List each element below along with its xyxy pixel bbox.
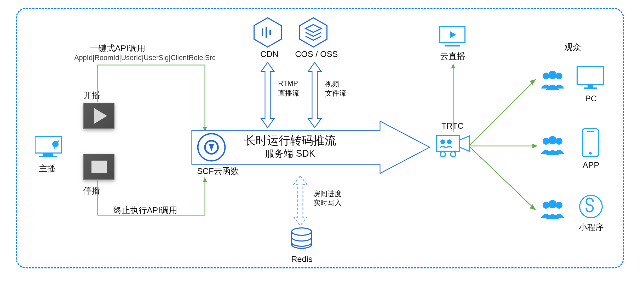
- svg-point-34: [548, 71, 557, 79]
- app-icon: [581, 128, 600, 159]
- svg-point-38: [543, 202, 549, 209]
- diagram-canvas: 主播 开播 停播 一键式API调用 AppId|RoomId|UserId|Us…: [16, 8, 624, 268]
- svg-marker-5: [203, 177, 207, 182]
- svg-line-30: [470, 147, 533, 207]
- svg-marker-16: [450, 31, 456, 38]
- pc-icon: [576, 65, 605, 92]
- scf-icon: [197, 133, 226, 163]
- svg-point-23: [451, 152, 456, 157]
- fan-arrows: [470, 64, 541, 215]
- live-icon: [439, 25, 465, 49]
- terminate-api-label: 终止执行API调用: [113, 205, 177, 216]
- svg-point-45: [589, 152, 592, 155]
- svg-rect-46: [587, 131, 594, 132]
- svg-marker-12: [308, 62, 321, 128]
- svg-marker-21: [459, 136, 469, 151]
- redis-arrow: [292, 176, 308, 226]
- redis-note1: 房间进度: [313, 189, 342, 198]
- cos-label: COS / OSS: [295, 49, 338, 59]
- svg-rect-43: [584, 87, 597, 89]
- rtmp-arrow: [260, 62, 275, 128]
- module-line1: 长时运行转码推流: [244, 133, 336, 148]
- module-line2: 服务端 SDK: [265, 147, 315, 160]
- svg-point-35: [543, 138, 549, 145]
- svg-rect-41: [577, 67, 604, 84]
- svg-point-19: [440, 139, 445, 144]
- video-l2: 文件流: [325, 89, 346, 98]
- rtmp-l1: RTMP: [278, 79, 298, 87]
- app-label: APP: [583, 160, 599, 170]
- svg-point-36: [556, 138, 562, 145]
- svg-marker-8: [254, 18, 281, 47]
- svg-marker-13: [294, 176, 307, 226]
- svg-marker-29: [532, 144, 538, 148]
- video-arrow: [307, 62, 323, 128]
- video-l1: 视频: [325, 79, 339, 89]
- svg-line-26: [470, 82, 533, 145]
- svg-marker-11: [261, 62, 274, 128]
- scf-label: SCF云函数: [197, 166, 239, 177]
- svg-point-22: [440, 152, 445, 157]
- mini-icon: [579, 194, 603, 220]
- svg-point-14: [292, 228, 312, 235]
- svg-point-33: [556, 73, 562, 79]
- svg-point-40: [548, 200, 557, 208]
- mini-label: 小程序: [579, 222, 604, 233]
- svg-point-20: [447, 139, 452, 144]
- svg-point-32: [543, 73, 549, 79]
- svg-rect-42: [588, 84, 593, 87]
- cos-icon: [298, 17, 329, 48]
- live-label: 云直播: [440, 51, 465, 62]
- redis-icon: [290, 227, 313, 254]
- cdn-label: CDN: [260, 49, 278, 59]
- audience-group-3: [538, 199, 567, 221]
- svg-point-37: [548, 136, 557, 144]
- svg-marker-10: [306, 25, 321, 32]
- redis-label: Redis: [291, 254, 313, 264]
- rtmp-l2: 直播流: [278, 89, 299, 98]
- trtc-icon: [436, 133, 470, 159]
- audience-group-2: [538, 136, 567, 157]
- svg-marker-25: [451, 64, 455, 68]
- svg-point-39: [556, 202, 562, 209]
- svg-rect-17: [445, 45, 460, 46]
- redis-note2: 实时写入: [313, 198, 342, 208]
- audience-title: 观众: [564, 42, 581, 53]
- trtc-to-live-arrow: [451, 64, 456, 132]
- pc-label: PC: [585, 94, 597, 103]
- audience-group-1: [538, 70, 567, 92]
- cdn-icon: [252, 17, 283, 48]
